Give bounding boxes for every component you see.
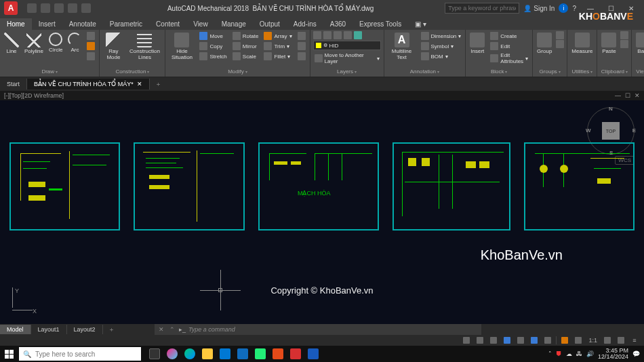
trim-button[interactable]: Trim ▾ — [262, 41, 293, 51]
insert-block-button[interactable]: Insert — [468, 31, 486, 56]
edit-block[interactable]: Edit — [489, 41, 529, 51]
move-button[interactable]: Move — [198, 31, 228, 41]
mail-icon[interactable] — [235, 346, 251, 362]
tray-notification-icon[interactable]: 💬 — [632, 350, 640, 357]
task-view-icon[interactable] — [146, 346, 163, 362]
tab-layout2[interactable]: Layout2 — [67, 325, 103, 334]
raymode-button[interactable]: Ray Mode — [102, 31, 124, 62]
tray-onedrive-icon[interactable]: ☁ — [566, 350, 572, 357]
polyline-button[interactable]: Polyline — [23, 31, 45, 56]
paste-button[interactable]: Paste — [600, 31, 618, 56]
tab-output[interactable]: Output — [253, 18, 287, 30]
draw-more-2[interactable] — [85, 41, 96, 51]
panel-label-layers[interactable]: Layers — [313, 68, 381, 75]
tray-network-icon[interactable]: 🖧 — [576, 350, 582, 357]
tray-chevron-icon[interactable]: ˄ — [548, 350, 552, 357]
add-layout-button[interactable]: ＋ — [103, 324, 120, 336]
tab-a360[interactable]: A360 — [323, 18, 353, 30]
store-icon[interactable] — [217, 346, 233, 362]
autocad-task-icon[interactable] — [287, 346, 304, 362]
command-line[interactable]: ✕ ⌃ ▸_ Type a command — [155, 324, 481, 335]
sign-in-link[interactable]: 👤Sign In — [523, 5, 555, 12]
copilot-icon[interactable] — [164, 346, 180, 362]
tab-view[interactable]: View — [186, 18, 215, 30]
modify-ext1[interactable] — [296, 31, 307, 41]
panel-label-view[interactable]: View — [635, 68, 644, 75]
tab-annotate[interactable]: Annotate — [62, 18, 103, 30]
draw-more-1[interactable] — [85, 31, 96, 41]
ungroup-icon[interactable] — [556, 40, 564, 48]
status-workspace-icon[interactable] — [559, 336, 570, 345]
infocenter-icon[interactable]: i — [559, 3, 568, 13]
hide-button[interactable]: Hide Situation — [168, 31, 195, 62]
panel-label-annotation[interactable]: Annotation — [387, 68, 463, 75]
tray-clock[interactable]: 3:45 PM12/14/2024 — [598, 348, 628, 360]
layer-color-icon[interactable] — [354, 31, 362, 39]
cmd-close-icon[interactable]: ✕ — [157, 325, 165, 334]
tab-drawing[interactable]: BẢN VẼ CHU TRÌNH HÒA TỔ MÁY* ✕ — [27, 79, 150, 89]
group-edit-icon[interactable] — [556, 31, 564, 39]
copy-button[interactable]: Copy — [198, 41, 228, 51]
group-button[interactable]: Group — [536, 31, 553, 56]
panel-label-clipboard[interactable]: Clipboard — [600, 68, 628, 75]
tab-model[interactable]: Model — [0, 325, 31, 334]
status-clean-icon[interactable] — [616, 336, 626, 345]
taskbar-search[interactable]: 🔍Type here to search — [19, 347, 141, 361]
qat-save-icon[interactable] — [54, 3, 64, 13]
fillet-button[interactable]: Fillet ▾ — [262, 52, 293, 61]
qat-open-icon[interactable] — [41, 3, 50, 13]
modify-ext2[interactable] — [296, 41, 307, 51]
dimension-button[interactable]: Dimension ▾ — [420, 31, 463, 41]
arc-button[interactable]: Arc — [66, 31, 83, 54]
layer-combo[interactable]: ⚙HID — [313, 41, 381, 50]
viewcube-top-face[interactable]: TOP — [602, 122, 620, 140]
tab-start[interactable]: Start — [0, 79, 27, 89]
line-button[interactable]: Line — [3, 31, 20, 56]
tab-insert[interactable]: Insert — [32, 18, 62, 30]
layer-off-icon[interactable] — [323, 31, 331, 39]
mtext-button[interactable]: AMultiline Text — [387, 31, 417, 62]
panel-label-draw[interactable]: Draw — [3, 68, 96, 75]
status-polar-icon[interactable] — [515, 336, 526, 345]
move-to-layer[interactable]: Move to Another Layer ▾ — [313, 52, 381, 65]
vp-close-icon[interactable]: ✕ — [635, 92, 640, 99]
panel-label-construction[interactable]: Construction — [102, 68, 162, 75]
help-icon[interactable]: ? — [572, 5, 576, 12]
qat-redo-icon[interactable] — [81, 3, 91, 13]
tab-content[interactable]: Content — [149, 18, 186, 30]
status-scale[interactable]: 1:1 — [586, 337, 599, 344]
help-search-input[interactable] — [445, 3, 519, 14]
circle-button[interactable]: Circle — [47, 31, 64, 54]
word-icon[interactable] — [305, 346, 321, 362]
edge-icon[interactable] — [182, 346, 198, 362]
stretch-button[interactable]: Stretch — [198, 52, 228, 61]
qat-undo-icon[interactable] — [68, 3, 77, 13]
tab-featured[interactable]: ▣ ▾ — [408, 18, 433, 30]
draw-more-3[interactable] — [85, 52, 96, 61]
bom-button[interactable]: BOM ▾ — [420, 52, 463, 61]
measure-button[interactable]: Measure — [570, 31, 594, 56]
drawing-canvas[interactable]: TOP N S E W WCS MẠCH HÒA — [0, 100, 644, 324]
vp-min-icon[interactable]: — — [615, 92, 621, 99]
copy-clip-icon[interactable] — [620, 40, 628, 48]
photos-icon[interactable] — [252, 346, 268, 362]
status-custom-icon[interactable]: ≡ — [629, 336, 640, 345]
panel-label-groups[interactable]: Groups — [536, 68, 564, 75]
viewport-label[interactable]: [-][Top][2D Wireframe] — [4, 92, 64, 99]
mirror-button[interactable]: Mirror — [231, 41, 260, 51]
array-button[interactable]: Array ▾ — [262, 31, 293, 41]
start-button[interactable] — [0, 346, 18, 362]
panel-label-modify[interactable]: Modify — [168, 68, 306, 75]
tab-parametric[interactable]: Parametric — [103, 18, 149, 30]
base-view-button[interactable]: Base — [635, 31, 644, 56]
panel-label-block[interactable]: Block — [468, 68, 529, 75]
tab-manage[interactable]: Manage — [215, 18, 253, 30]
explorer-icon[interactable] — [199, 346, 216, 362]
layer-freeze-icon[interactable] — [334, 31, 342, 39]
status-lwt-icon[interactable] — [542, 336, 553, 345]
vp-max-icon[interactable]: ☐ — [625, 92, 630, 99]
office-icon[interactable] — [270, 346, 286, 362]
tab-layout1[interactable]: Layout1 — [31, 325, 67, 334]
conlines-button[interactable]: Construction Lines — [127, 31, 162, 62]
panel-label-utilities[interactable]: Utilities — [570, 68, 594, 75]
